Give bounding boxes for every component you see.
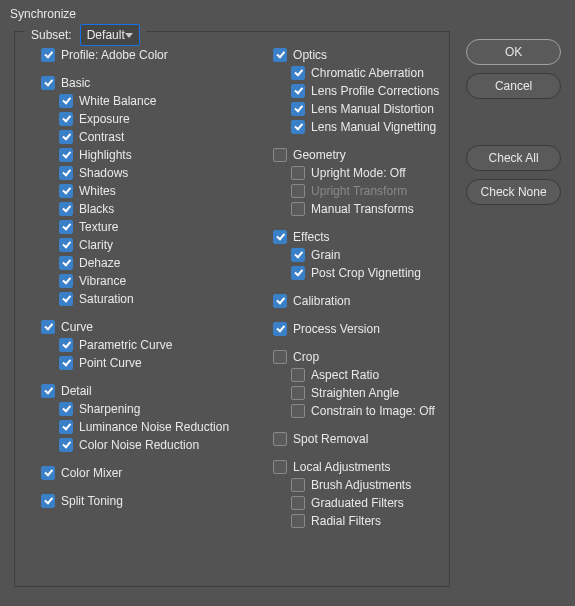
option-label[interactable]: Crop (293, 350, 319, 364)
checkbox-parametric-curve[interactable] (59, 338, 73, 352)
checkbox-detail[interactable] (41, 384, 55, 398)
option-label[interactable]: Radial Filters (311, 514, 381, 528)
checkbox-shadows[interactable] (59, 166, 73, 180)
checkbox-post-crop-vignetting[interactable] (291, 266, 305, 280)
checkbox-manual-transforms[interactable] (291, 202, 305, 216)
checkbox-graduated-filters[interactable] (291, 496, 305, 510)
option-row: Calibration (257, 292, 439, 310)
option-label[interactable]: Effects (293, 230, 329, 244)
option-label[interactable]: Highlights (79, 148, 132, 162)
checkbox-whites[interactable] (59, 184, 73, 198)
option-label[interactable]: Curve (61, 320, 93, 334)
checkbox-calibration[interactable] (273, 294, 287, 308)
cancel-button[interactable]: Cancel (466, 73, 561, 99)
check-all-button[interactable]: Check All (466, 145, 561, 171)
checkbox-saturation[interactable] (59, 292, 73, 306)
checkbox-point-curve[interactable] (59, 356, 73, 370)
checkbox-straighten-angle[interactable] (291, 386, 305, 400)
option-label[interactable]: Local Adjustments (293, 460, 390, 474)
subset-select[interactable]: Default (80, 24, 140, 46)
option-group-calibration: Calibration (257, 292, 439, 310)
option-label[interactable]: Chromatic Aberration (311, 66, 424, 80)
option-label[interactable]: Texture (79, 220, 118, 234)
checkbox-lens-manual-distortion[interactable] (291, 102, 305, 116)
option-label[interactable]: Lens Profile Corrections (311, 84, 439, 98)
option-label[interactable]: Blacks (79, 202, 114, 216)
option-label[interactable]: Basic (61, 76, 90, 90)
option-label[interactable]: Straighten Angle (311, 386, 399, 400)
option-row: Geometry (257, 146, 439, 164)
option-label[interactable]: Optics (293, 48, 327, 62)
option-label[interactable]: Point Curve (79, 356, 142, 370)
option-label[interactable]: Lens Manual Vignetting (311, 120, 436, 134)
option-label[interactable]: Manual Transforms (311, 202, 414, 216)
checkbox-basic[interactable] (41, 76, 55, 90)
checkbox-split-toning[interactable] (41, 494, 55, 508)
option-label[interactable]: White Balance (79, 94, 156, 108)
checkbox-vibrance[interactable] (59, 274, 73, 288)
checkbox-texture[interactable] (59, 220, 73, 234)
checkbox-brush-adjustments[interactable] (291, 478, 305, 492)
checkbox-highlights[interactable] (59, 148, 73, 162)
option-label[interactable]: Whites (79, 184, 116, 198)
option-label[interactable]: Exposure (79, 112, 130, 126)
option-label[interactable]: Luminance Noise Reduction (79, 420, 229, 434)
checkbox-effects[interactable] (273, 230, 287, 244)
checkbox-local-adjustments[interactable] (273, 460, 287, 474)
option-label[interactable]: Vibrance (79, 274, 126, 288)
option-label[interactable]: Upright Mode: Off (311, 166, 406, 180)
option-label[interactable]: Process Version (293, 322, 380, 336)
option-label[interactable]: Split Toning (61, 494, 123, 508)
option-group-effects: EffectsGrainPost Crop Vignetting (257, 228, 439, 282)
option-label[interactable]: Color Noise Reduction (79, 438, 199, 452)
checkbox-lens-profile-corrections[interactable] (291, 84, 305, 98)
checkbox-color-mixer[interactable] (41, 466, 55, 480)
option-label[interactable]: Profile: Adobe Color (61, 48, 168, 62)
checkbox-process-version[interactable] (273, 322, 287, 336)
option-label[interactable]: Aspect Ratio (311, 368, 379, 382)
checkbox-aspect-ratio[interactable] (291, 368, 305, 382)
checkbox-white-balance[interactable] (59, 94, 73, 108)
checkbox-contrast[interactable] (59, 130, 73, 144)
option-label[interactable]: Lens Manual Distortion (311, 102, 434, 116)
checkbox-exposure[interactable] (59, 112, 73, 126)
checkbox-luminance-noise-reduction[interactable] (59, 420, 73, 434)
option-label[interactable]: Spot Removal (293, 432, 368, 446)
checkbox-chromatic-aberration[interactable] (291, 66, 305, 80)
check-none-button[interactable]: Check None (466, 179, 561, 205)
checkbox-curve[interactable] (41, 320, 55, 334)
checkbox-crop[interactable] (273, 350, 287, 364)
ok-button[interactable]: OK (466, 39, 561, 65)
option-label[interactable]: Parametric Curve (79, 338, 172, 352)
option-label[interactable]: Clarity (79, 238, 113, 252)
option-label[interactable]: Calibration (293, 294, 350, 308)
checkbox-color-noise-reduction[interactable] (59, 438, 73, 452)
checkbox-upright-mode-off[interactable] (291, 166, 305, 180)
option-label[interactable]: Color Mixer (61, 466, 122, 480)
option-label[interactable]: Detail (61, 384, 92, 398)
option-label[interactable]: Brush Adjustments (311, 478, 411, 492)
option-label[interactable]: Shadows (79, 166, 128, 180)
option-label[interactable]: Geometry (293, 148, 346, 162)
checkbox-radial-filters[interactable] (291, 514, 305, 528)
checkbox-clarity[interactable] (59, 238, 73, 252)
option-label[interactable]: Sharpening (79, 402, 140, 416)
option-label[interactable]: Grain (311, 248, 340, 262)
checkbox-sharpening[interactable] (59, 402, 73, 416)
option-label[interactable]: Contrast (79, 130, 124, 144)
option-label[interactable]: Post Crop Vignetting (311, 266, 421, 280)
option-label[interactable]: Dehaze (79, 256, 120, 270)
option-label[interactable]: Constrain to Image: Off (311, 404, 435, 418)
checkbox-spot-removal[interactable] (273, 432, 287, 446)
checkbox-lens-manual-vignetting[interactable] (291, 120, 305, 134)
checkbox-blacks[interactable] (59, 202, 73, 216)
checkbox-grain[interactable] (291, 248, 305, 262)
checkbox-dehaze[interactable] (59, 256, 73, 270)
option-label[interactable]: Graduated Filters (311, 496, 404, 510)
checkbox-constrain-to-image-off[interactable] (291, 404, 305, 418)
option-row: Color Mixer (25, 464, 229, 482)
option-label[interactable]: Saturation (79, 292, 134, 306)
checkbox-optics[interactable] (273, 48, 287, 62)
checkbox-geometry[interactable] (273, 148, 287, 162)
checkbox-profile-adobe-color[interactable] (41, 48, 55, 62)
